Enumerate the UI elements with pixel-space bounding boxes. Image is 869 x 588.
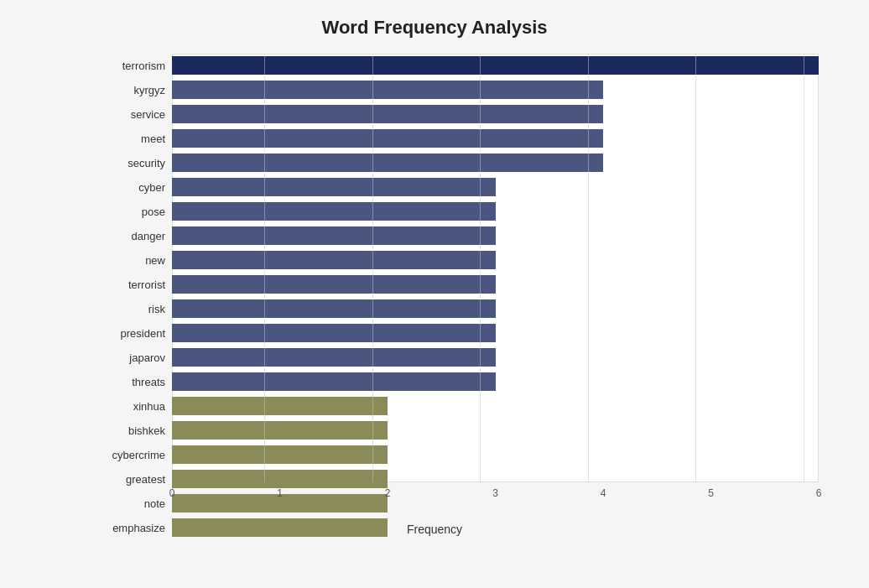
bar-row: security [92,151,819,174]
bar-track [172,81,819,99]
bar-track [172,397,819,415]
x-tick: 1 [277,487,283,499]
bar-track [172,324,819,342]
bar-fill [172,129,603,148]
bar-label: threats [92,376,172,388]
bar-label: bishkek [92,424,172,437]
bar-track [172,129,819,148]
bar-track [172,105,819,123]
x-tick: 4 [601,487,606,499]
bar-label: cybercrime [92,449,172,461]
bar-row: japarov [92,346,819,369]
bar-label: terrorism [92,60,172,72]
bar-track [172,348,819,367]
bar-row: cyber [92,175,819,199]
bar-fill [172,202,496,221]
bar-row: service [92,102,819,126]
bar-fill [172,81,603,99]
bar-row: risk [92,297,819,320]
bar-row: xinhua [92,394,819,418]
bar-row: terrorism [92,54,819,77]
bar-track [172,251,819,269]
bar-fill [172,105,603,123]
chart-container: Word Frequency Analysis terrorismkyrgyzs… [0,0,869,588]
bar-label: service [92,108,172,121]
bar-fill [172,372,496,391]
bar-fill [172,348,496,367]
x-tick: 6 [816,487,822,499]
bar-track [172,299,819,318]
bar-label: cyber [92,181,172,194]
bar-row: pose [92,200,819,223]
bar-fill [172,154,603,172]
bar-row: kyrgyz [92,78,819,101]
bar-track [172,275,819,294]
x-tick: 2 [385,487,391,499]
bar-fill [172,251,496,269]
bar-label: note [92,497,172,510]
bar-track [172,445,819,464]
bar-fill [172,226,496,245]
bar-label: new [92,254,172,267]
bar-row: terrorist [92,273,819,296]
x-axis: 0123456 [172,482,819,499]
bar-row: threats [92,370,819,393]
bars-wrapper: terrorismkyrgyzservicemeetsecuritycyberp… [92,54,819,540]
bar-fill [172,299,496,318]
bar-label: president [92,327,172,340]
bar-label: japarov [92,351,172,364]
bar-track [172,178,819,196]
bar-row: cybercrime [92,443,819,466]
x-tick: 5 [708,487,714,499]
bar-label: danger [92,230,172,242]
x-tick: 3 [492,487,498,499]
bar-row: emphasize [92,516,819,539]
bar-track [172,226,819,245]
bar-label: meet [92,133,172,145]
bar-track [172,154,819,172]
bar-label: xinhua [92,400,172,413]
bar-fill [172,56,819,75]
bar-track [172,372,819,391]
bar-track [172,518,819,537]
bar-row: new [92,248,819,272]
bar-fill [172,324,496,342]
bar-fill [172,397,388,415]
bar-fill [172,275,496,294]
bar-row: bishkek [92,419,819,442]
bar-row: danger [92,224,819,247]
bar-fill [172,421,388,440]
chart-title: Word Frequency Analysis [50,17,819,39]
bar-fill [172,445,388,464]
bar-fill [172,178,496,196]
bar-label: greatest [92,473,172,486]
bar-fill [172,518,388,537]
bar-row: president [92,321,819,345]
bar-label: kyrgyz [92,84,172,96]
bar-label: risk [92,303,172,315]
x-tick: 0 [169,487,175,499]
bar-label: pose [92,206,172,218]
bar-label: emphasize [92,522,172,534]
bar-track [172,202,819,221]
bar-label: security [92,157,172,169]
bar-track [172,56,819,75]
bar-track [172,421,819,440]
bar-row: meet [92,127,819,150]
bar-label: terrorist [92,278,172,291]
